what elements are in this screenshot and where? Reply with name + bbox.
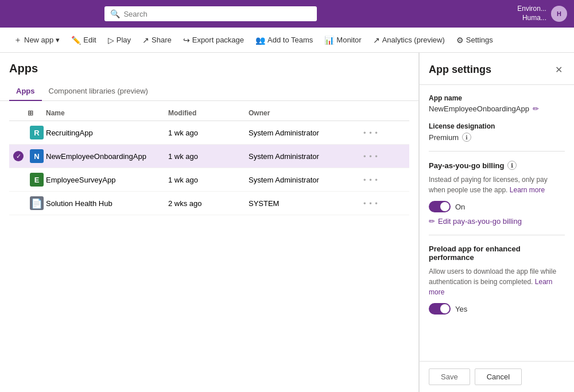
close-panel-button[interactable]: ✕ xyxy=(553,62,565,77)
app-icon: E xyxy=(30,173,44,187)
table-row[interactable]: R RecruitingApp 1 wk ago System Administ… xyxy=(9,121,409,145)
avatar[interactable]: H xyxy=(551,6,567,22)
apps-table: ⊞ Name Modified Owner R RecruitingApp 1 … xyxy=(0,106,418,215)
app-name: EmployeeSurveyApp xyxy=(46,176,168,184)
export-icon: ↪ xyxy=(183,36,190,45)
license-label: License designation xyxy=(429,122,565,130)
tab-component-libraries[interactable]: Component libraries (preview) xyxy=(42,82,155,101)
divider2 xyxy=(429,235,565,235)
modified: 1 wk ago xyxy=(168,152,249,161)
header-owner: Owner xyxy=(249,109,363,117)
app-icon: 📄 xyxy=(30,196,44,210)
pay-as-you-go-desc: Instead of paying for licenses, only pay… xyxy=(429,174,565,195)
plus-icon: ＋ xyxy=(14,35,22,45)
save-button[interactable]: Save xyxy=(429,368,470,385)
modified: 2 wks ago xyxy=(168,199,249,208)
app-icon: R xyxy=(30,126,44,139)
license-info-icon[interactable]: ℹ xyxy=(462,133,471,142)
analytics-button[interactable]: ↗ Analytics (preview) xyxy=(369,33,449,48)
tabs: Apps Component libraries (preview) xyxy=(0,82,418,101)
app-icon: N xyxy=(30,149,44,163)
pay-info-icon[interactable]: ℹ xyxy=(507,161,517,170)
divider xyxy=(429,151,565,152)
monitor-icon: 📊 xyxy=(324,36,334,45)
top-right: Environ... Huma... H xyxy=(517,5,567,22)
top-bar: 🔍 Environ... Huma... H xyxy=(0,0,574,28)
app-name: Solution Health Hub xyxy=(46,199,168,208)
modified: 1 wk ago xyxy=(168,129,249,137)
panel-header: App settings ✕ xyxy=(420,53,574,85)
play-icon: ▷ xyxy=(108,36,114,45)
teams-icon: 👥 xyxy=(255,36,265,45)
preload-toggle[interactable] xyxy=(429,303,451,315)
preload-desc: Allow users to download the app file whi… xyxy=(429,266,565,297)
tab-apps[interactable]: Apps xyxy=(9,82,42,101)
share-button[interactable]: ↗ Share xyxy=(138,33,176,48)
panel-title: App settings xyxy=(429,64,491,76)
owner: System Administrator xyxy=(249,176,363,184)
app-settings-panel: App settings ✕ App name NewEmployeeOnboa… xyxy=(419,53,574,392)
preload-title: Preload app for enhanced performance xyxy=(429,244,565,262)
preload-toggle-row: Yes xyxy=(429,303,565,315)
app-icon-col: R xyxy=(28,126,46,139)
table-row[interactable]: ✓ N NewEmployeeOnboardingApp 1 wk ago Sy… xyxy=(9,145,409,168)
modified: 1 wk ago xyxy=(168,176,249,184)
row-more-button[interactable]: • • • xyxy=(363,199,409,208)
header-modified: Modified xyxy=(168,109,249,117)
edit-icon: ✏️ xyxy=(71,36,81,45)
monitor-button[interactable]: 📊 Monitor xyxy=(320,33,366,48)
panel-body: App name NewEmployeeOnboardingApp ✏ Lice… xyxy=(420,85,574,361)
owner: SYSTEM xyxy=(249,199,363,208)
row-more-button[interactable]: • • • xyxy=(363,176,409,184)
app-icon-col: 📄 xyxy=(28,196,46,210)
play-button[interactable]: ▷ Play xyxy=(103,33,135,48)
settings-button[interactable]: ⚙ Settings xyxy=(452,33,498,48)
table-row[interactable]: E EmployeeSurveyApp 1 wk ago System Admi… xyxy=(9,168,409,192)
search-input[interactable] xyxy=(123,10,311,18)
page-title: Apps xyxy=(0,62,418,82)
preload-toggle-label: Yes xyxy=(455,305,467,313)
search-box[interactable]: 🔍 xyxy=(104,6,317,21)
main-content: Apps Apps Component libraries (preview) … xyxy=(0,53,574,392)
license-value: Premium ℹ xyxy=(429,133,565,142)
edit-app-name-icon[interactable]: ✏ xyxy=(533,104,539,113)
app-icon-col: E xyxy=(28,173,46,187)
header-icon: ⊞ xyxy=(28,109,46,117)
share-icon: ↗ xyxy=(142,36,149,45)
search-icon: 🔍 xyxy=(110,9,120,18)
check-circle: ✓ xyxy=(13,151,24,161)
learn-more-pay-link[interactable]: Learn more xyxy=(510,186,545,194)
env-label: Environ... Huma... xyxy=(517,5,546,22)
app-icon-col: N xyxy=(28,149,46,163)
edit-button[interactable]: ✏️ Edit xyxy=(67,33,100,48)
app-name: RecruitingApp xyxy=(46,129,168,137)
app-name-value: NewEmployeeOnboardingApp ✏ xyxy=(429,104,565,113)
pay-toggle[interactable] xyxy=(429,201,451,212)
analytics-icon: ↗ xyxy=(373,36,380,45)
left-panel: Apps Apps Component libraries (preview) … xyxy=(0,53,419,392)
pay-as-you-go-title: Pay-as-you-go billing ℹ xyxy=(429,161,565,170)
row-more-button[interactable]: • • • xyxy=(363,129,409,137)
table-header: ⊞ Name Modified Owner xyxy=(9,106,409,121)
row-more-button[interactable]: • • • xyxy=(363,152,409,161)
dropdown-icon: ▾ xyxy=(56,36,60,44)
edit-billing-icon: ✏ xyxy=(429,217,435,226)
pay-toggle-label: On xyxy=(455,203,465,211)
export-package-button[interactable]: ↪ Export package xyxy=(179,33,249,48)
row-checkbox[interactable]: ✓ xyxy=(9,151,28,161)
owner: System Administrator xyxy=(249,129,363,137)
owner: System Administrator xyxy=(249,152,363,161)
app-name-label: App name xyxy=(429,94,565,102)
table-row[interactable]: 📄 Solution Health Hub 2 wks ago SYSTEM •… xyxy=(9,192,409,215)
add-to-teams-button[interactable]: 👥 Add to Teams xyxy=(251,33,317,48)
panel-footer: Save Cancel xyxy=(420,361,574,392)
settings-icon: ⚙ xyxy=(456,36,464,45)
edit-billing-button[interactable]: ✏ Edit pay-as-you-go billing xyxy=(429,217,522,226)
new-app-button[interactable]: ＋ New app ▾ xyxy=(9,32,64,48)
cancel-button[interactable]: Cancel xyxy=(475,368,522,385)
toolbar: ＋ New app ▾ ✏️ Edit ▷ Play ↗ Share ↪ Exp… xyxy=(0,28,574,53)
app-name: NewEmployeeOnboardingApp xyxy=(46,152,168,161)
pay-toggle-row: On xyxy=(429,201,565,212)
header-name: Name xyxy=(46,109,168,117)
